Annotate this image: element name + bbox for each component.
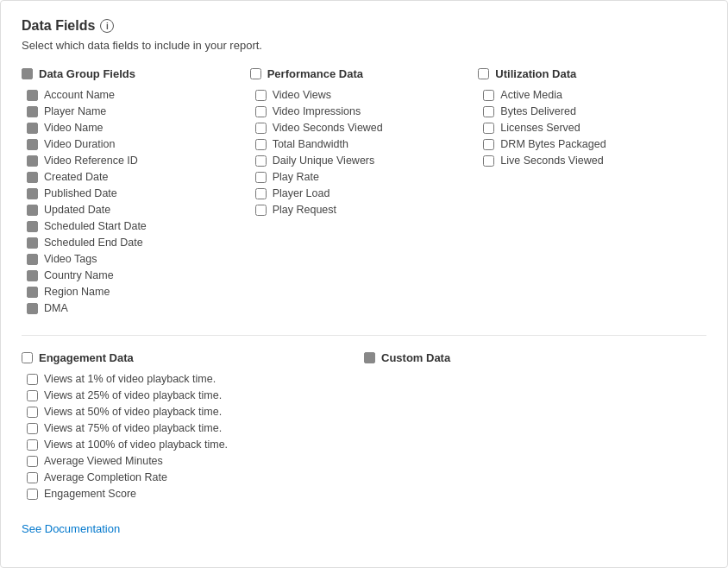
field-label: Video Duration bbox=[44, 138, 115, 150]
utilization-checkbox[interactable] bbox=[478, 68, 489, 79]
field-checkbox[interactable] bbox=[255, 172, 267, 183]
field-checkbox[interactable] bbox=[27, 188, 38, 199]
field-checkbox[interactable] bbox=[27, 407, 38, 418]
engagement-column: Engagement Data Views at 1% of video pla… bbox=[22, 351, 364, 500]
field-checkbox[interactable] bbox=[27, 155, 38, 167]
field-label: Engagement Score bbox=[44, 488, 136, 500]
list-item: Scheduled Start Date bbox=[27, 220, 242, 232]
list-item: Published Date bbox=[27, 187, 242, 199]
list-item: Views at 100% of video playback time. bbox=[27, 439, 355, 451]
field-label: Average Viewed Minutes bbox=[44, 455, 163, 467]
field-label: Video Tags bbox=[44, 253, 97, 265]
field-checkbox[interactable] bbox=[255, 90, 267, 101]
field-label: Player Name bbox=[44, 105, 106, 117]
field-checkbox[interactable] bbox=[27, 472, 38, 483]
engagement-header: Engagement Data bbox=[22, 351, 355, 364]
data-group-label: Data Group Fields bbox=[39, 67, 135, 80]
main-columns: Data Group Fields Account NamePlayer Nam… bbox=[22, 67, 706, 314]
utilization-header: Utilization Data bbox=[478, 67, 698, 80]
field-checkbox[interactable] bbox=[27, 456, 38, 467]
utilization-label: Utilization Data bbox=[495, 67, 576, 80]
field-checkbox[interactable] bbox=[27, 423, 38, 434]
list-item: Total Bandwidth bbox=[255, 138, 470, 150]
data-group-checkbox[interactable] bbox=[22, 68, 33, 79]
field-checkbox[interactable] bbox=[27, 139, 38, 150]
field-label: Active Media bbox=[500, 89, 562, 101]
field-checkbox[interactable] bbox=[27, 123, 38, 134]
utilization-column: Utilization Data Active MediaBytes Deliv… bbox=[478, 67, 706, 314]
field-label: Views at 25% of video playback time. bbox=[44, 389, 222, 401]
field-checkbox[interactable] bbox=[483, 123, 494, 134]
performance-header: Performance Data bbox=[250, 67, 470, 80]
field-checkbox[interactable] bbox=[27, 254, 38, 265]
info-icon[interactable]: i bbox=[100, 19, 114, 33]
list-item: DRM Bytes Packaged bbox=[483, 138, 698, 150]
list-item: Views at 1% of video playback time. bbox=[27, 373, 355, 385]
list-item: Created Date bbox=[27, 171, 242, 183]
custom-label: Custom Data bbox=[381, 351, 450, 364]
data-group-header: Data Group Fields bbox=[22, 67, 242, 80]
data-group-fields: Account NamePlayer NameVideo NameVideo D… bbox=[22, 89, 242, 314]
custom-checkbox[interactable] bbox=[364, 352, 375, 363]
field-checkbox[interactable] bbox=[483, 155, 494, 167]
field-checkbox[interactable] bbox=[27, 489, 38, 500]
field-label: Account Name bbox=[44, 89, 115, 101]
list-item: Country Name bbox=[27, 269, 242, 281]
list-item: Average Viewed Minutes bbox=[27, 455, 355, 467]
field-label: Published Date bbox=[44, 187, 117, 199]
field-checkbox[interactable] bbox=[255, 139, 267, 150]
field-checkbox[interactable] bbox=[27, 390, 38, 401]
field-checkbox[interactable] bbox=[27, 439, 38, 451]
list-item: Video Impressions bbox=[255, 105, 470, 117]
bottom-section: Engagement Data Views at 1% of video pla… bbox=[22, 351, 706, 500]
see-documentation-link[interactable]: See Documentation bbox=[22, 522, 120, 535]
performance-label: Performance Data bbox=[267, 67, 363, 80]
field-checkbox[interactable] bbox=[27, 106, 38, 117]
list-item: Updated Date bbox=[27, 204, 242, 216]
field-checkbox[interactable] bbox=[255, 123, 267, 134]
list-item: Scheduled End Date bbox=[27, 237, 242, 249]
field-checkbox[interactable] bbox=[27, 237, 38, 249]
utilization-fields: Active MediaBytes DeliveredLicenses Serv… bbox=[478, 89, 698, 167]
list-item: Player Name bbox=[27, 105, 242, 117]
field-checkbox[interactable] bbox=[27, 221, 38, 232]
field-checkbox[interactable] bbox=[27, 303, 38, 314]
field-label: Views at 75% of video playback time. bbox=[44, 422, 222, 434]
field-checkbox[interactable] bbox=[483, 90, 494, 101]
field-label: Region Name bbox=[44, 286, 110, 298]
field-checkbox[interactable] bbox=[27, 205, 38, 216]
list-item: Average Completion Rate bbox=[27, 471, 355, 483]
field-checkbox[interactable] bbox=[255, 205, 267, 216]
field-checkbox[interactable] bbox=[27, 90, 38, 101]
field-checkbox[interactable] bbox=[255, 188, 267, 199]
field-label: Video Views bbox=[273, 89, 331, 101]
custom-header: Custom Data bbox=[364, 351, 698, 364]
field-label: Live Seconds Viewed bbox=[500, 155, 603, 167]
engagement-checkbox[interactable] bbox=[22, 352, 33, 363]
performance-checkbox[interactable] bbox=[250, 68, 261, 79]
list-item: Views at 50% of video playback time. bbox=[27, 406, 355, 418]
field-checkbox[interactable] bbox=[255, 106, 267, 117]
field-checkbox[interactable] bbox=[27, 374, 38, 385]
subtitle: Select which data fields to include in y… bbox=[22, 39, 706, 52]
field-checkbox[interactable] bbox=[255, 155, 267, 167]
list-item: Video Seconds Viewed bbox=[255, 122, 470, 134]
field-checkbox[interactable] bbox=[27, 270, 38, 281]
list-item: Video Tags bbox=[27, 253, 242, 265]
list-item: Daily Unique Viewers bbox=[255, 155, 470, 167]
engagement-label: Engagement Data bbox=[39, 351, 134, 364]
data-group-column: Data Group Fields Account NamePlayer Nam… bbox=[22, 67, 250, 314]
field-checkbox[interactable] bbox=[27, 172, 38, 183]
field-label: Country Name bbox=[44, 269, 114, 281]
field-checkbox[interactable] bbox=[483, 139, 494, 150]
field-label: Daily Unique Viewers bbox=[273, 155, 375, 167]
field-label: Scheduled Start Date bbox=[44, 220, 147, 232]
list-item: Views at 75% of video playback time. bbox=[27, 422, 355, 434]
section-divider bbox=[22, 335, 706, 336]
field-label: Updated Date bbox=[44, 204, 110, 216]
field-label: DRM Bytes Packaged bbox=[500, 138, 606, 150]
field-checkbox[interactable] bbox=[483, 106, 494, 117]
field-checkbox[interactable] bbox=[27, 287, 38, 298]
list-item: Player Load bbox=[255, 187, 470, 199]
field-label: Video Name bbox=[44, 122, 104, 134]
